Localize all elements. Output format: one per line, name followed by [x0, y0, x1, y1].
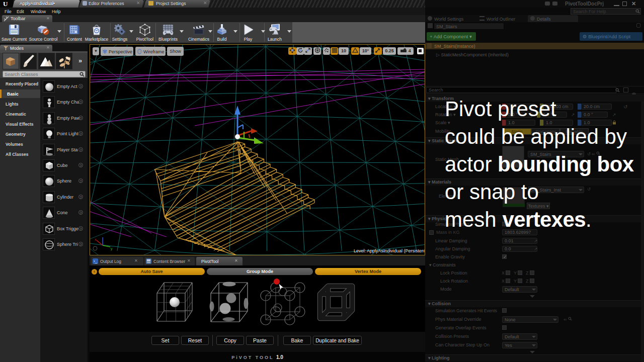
svg-text:Level: ApplyAsIndividual (Per: Level: ApplyAsIndividual (Persistent) — [354, 248, 425, 253]
svg-text:y: y — [111, 247, 113, 251]
svg-text:x: x — [95, 238, 97, 241]
